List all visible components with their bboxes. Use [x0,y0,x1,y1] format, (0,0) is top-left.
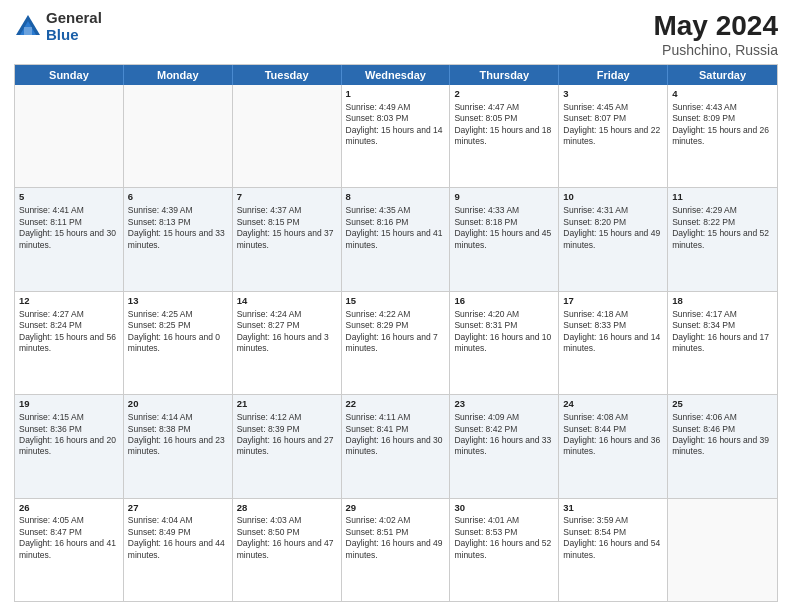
calendar-cell [124,85,233,187]
day-number: 17 [563,295,663,308]
calendar: Sunday Monday Tuesday Wednesday Thursday… [14,64,778,602]
day-number: 12 [19,295,119,308]
weekday-thursday: Thursday [450,65,559,85]
sunset-text: Sunset: 8:49 PM [128,527,228,538]
sunrise-text: Sunrise: 4:12 AM [237,412,337,423]
sunset-text: Sunset: 8:20 PM [563,217,663,228]
daylight-text: Daylight: 16 hours and 7 minutes. [346,332,446,355]
sunrise-text: Sunrise: 4:49 AM [346,102,446,113]
sunrise-text: Sunrise: 4:43 AM [672,102,773,113]
calendar-cell: 25Sunrise: 4:06 AMSunset: 8:46 PMDayligh… [668,395,777,497]
logo-icon [14,13,42,41]
sunrise-text: Sunrise: 4:17 AM [672,309,773,320]
day-number: 3 [563,88,663,101]
page: General Blue May 2024 Pushchino, Russia … [0,0,792,612]
daylight-text: Daylight: 16 hours and 10 minutes. [454,332,554,355]
day-number: 11 [672,191,773,204]
sunrise-text: Sunrise: 4:15 AM [19,412,119,423]
calendar-cell: 1Sunrise: 4:49 AMSunset: 8:03 PMDaylight… [342,85,451,187]
day-number: 23 [454,398,554,411]
calendar-cell: 28Sunrise: 4:03 AMSunset: 8:50 PMDayligh… [233,499,342,601]
sunrise-text: Sunrise: 4:02 AM [346,515,446,526]
calendar-cell [668,499,777,601]
weekday-monday: Monday [124,65,233,85]
logo: General Blue [14,10,102,43]
sunrise-text: Sunrise: 4:29 AM [672,205,773,216]
day-number: 2 [454,88,554,101]
calendar-cell: 17Sunrise: 4:18 AMSunset: 8:33 PMDayligh… [559,292,668,394]
sunset-text: Sunset: 8:54 PM [563,527,663,538]
calendar-cell: 22Sunrise: 4:11 AMSunset: 8:41 PMDayligh… [342,395,451,497]
sunset-text: Sunset: 8:50 PM [237,527,337,538]
calendar-cell: 11Sunrise: 4:29 AMSunset: 8:22 PMDayligh… [668,188,777,290]
daylight-text: Daylight: 16 hours and 3 minutes. [237,332,337,355]
sunset-text: Sunset: 8:07 PM [563,113,663,124]
sunrise-text: Sunrise: 4:27 AM [19,309,119,320]
sunrise-text: Sunrise: 4:39 AM [128,205,228,216]
calendar-cell [233,85,342,187]
sunrise-text: Sunrise: 4:35 AM [346,205,446,216]
calendar-cell: 18Sunrise: 4:17 AMSunset: 8:34 PMDayligh… [668,292,777,394]
day-number: 1 [346,88,446,101]
sunset-text: Sunset: 8:24 PM [19,320,119,331]
calendar-cell: 23Sunrise: 4:09 AMSunset: 8:42 PMDayligh… [450,395,559,497]
calendar-cell: 20Sunrise: 4:14 AMSunset: 8:38 PMDayligh… [124,395,233,497]
daylight-text: Daylight: 16 hours and 23 minutes. [128,435,228,458]
daylight-text: Daylight: 16 hours and 14 minutes. [563,332,663,355]
day-number: 30 [454,502,554,515]
calendar-row: 26Sunrise: 4:05 AMSunset: 8:47 PMDayligh… [15,498,777,601]
calendar-cell: 9Sunrise: 4:33 AMSunset: 8:18 PMDaylight… [450,188,559,290]
day-number: 31 [563,502,663,515]
sunrise-text: Sunrise: 4:20 AM [454,309,554,320]
calendar-cell: 29Sunrise: 4:02 AMSunset: 8:51 PMDayligh… [342,499,451,601]
calendar-cell: 2Sunrise: 4:47 AMSunset: 8:05 PMDaylight… [450,85,559,187]
daylight-text: Daylight: 15 hours and 14 minutes. [346,125,446,148]
daylight-text: Daylight: 16 hours and 36 minutes. [563,435,663,458]
calendar-cell: 15Sunrise: 4:22 AMSunset: 8:29 PMDayligh… [342,292,451,394]
calendar-row: 19Sunrise: 4:15 AMSunset: 8:36 PMDayligh… [15,394,777,497]
day-number: 18 [672,295,773,308]
daylight-text: Daylight: 15 hours and 33 minutes. [128,228,228,251]
daylight-text: Daylight: 16 hours and 0 minutes. [128,332,228,355]
daylight-text: Daylight: 16 hours and 52 minutes. [454,538,554,561]
day-number: 13 [128,295,228,308]
day-number: 14 [237,295,337,308]
day-number: 7 [237,191,337,204]
calendar-cell: 24Sunrise: 4:08 AMSunset: 8:44 PMDayligh… [559,395,668,497]
sunset-text: Sunset: 8:51 PM [346,527,446,538]
sunrise-text: Sunrise: 4:04 AM [128,515,228,526]
sunset-text: Sunset: 8:34 PM [672,320,773,331]
calendar-header: Sunday Monday Tuesday Wednesday Thursday… [15,65,777,85]
daylight-text: Daylight: 16 hours and 30 minutes. [346,435,446,458]
day-number: 8 [346,191,446,204]
sunrise-text: Sunrise: 4:45 AM [563,102,663,113]
weekday-tuesday: Tuesday [233,65,342,85]
day-number: 24 [563,398,663,411]
calendar-row: 5Sunrise: 4:41 AMSunset: 8:11 PMDaylight… [15,187,777,290]
daylight-text: Daylight: 16 hours and 33 minutes. [454,435,554,458]
sunset-text: Sunset: 8:44 PM [563,424,663,435]
calendar-cell: 30Sunrise: 4:01 AMSunset: 8:53 PMDayligh… [450,499,559,601]
daylight-text: Daylight: 15 hours and 37 minutes. [237,228,337,251]
calendar-cell: 26Sunrise: 4:05 AMSunset: 8:47 PMDayligh… [15,499,124,601]
sunset-text: Sunset: 8:05 PM [454,113,554,124]
sunset-text: Sunset: 8:33 PM [563,320,663,331]
sunset-text: Sunset: 8:11 PM [19,217,119,228]
daylight-text: Daylight: 15 hours and 41 minutes. [346,228,446,251]
day-number: 27 [128,502,228,515]
sunset-text: Sunset: 8:22 PM [672,217,773,228]
sunrise-text: Sunrise: 4:25 AM [128,309,228,320]
daylight-text: Daylight: 16 hours and 17 minutes. [672,332,773,355]
daylight-text: Daylight: 15 hours and 30 minutes. [19,228,119,251]
sunset-text: Sunset: 8:16 PM [346,217,446,228]
day-number: 19 [19,398,119,411]
sunset-text: Sunset: 8:15 PM [237,217,337,228]
sunset-text: Sunset: 8:25 PM [128,320,228,331]
daylight-text: Daylight: 15 hours and 18 minutes. [454,125,554,148]
sunrise-text: Sunrise: 4:06 AM [672,412,773,423]
sunrise-text: Sunrise: 4:11 AM [346,412,446,423]
header: General Blue May 2024 Pushchino, Russia [14,10,778,58]
calendar-cell: 6Sunrise: 4:39 AMSunset: 8:13 PMDaylight… [124,188,233,290]
sunset-text: Sunset: 8:42 PM [454,424,554,435]
daylight-text: Daylight: 15 hours and 56 minutes. [19,332,119,355]
